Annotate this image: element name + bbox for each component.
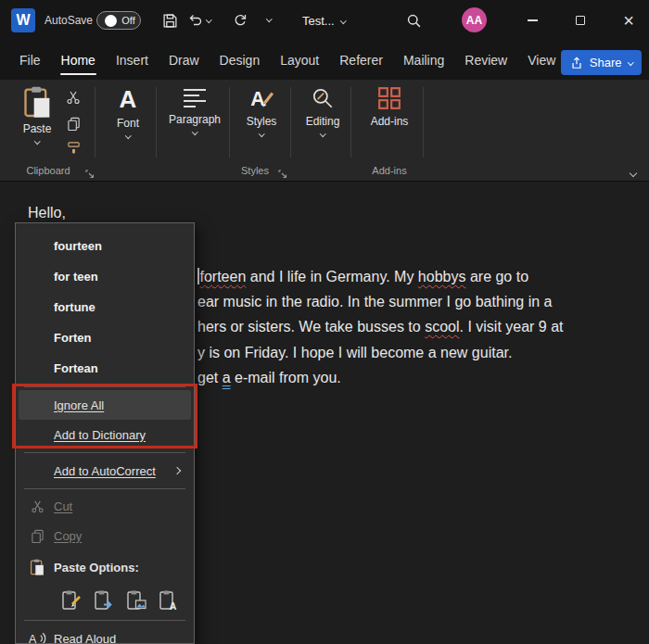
paragraph-icon xyxy=(182,85,208,109)
paste-label: Paste xyxy=(23,122,52,135)
paste-merge-formatting-button[interactable] xyxy=(93,589,115,612)
suggestion-label: Forten xyxy=(54,331,91,345)
menu-item-add-to-autocorrect[interactable]: Add to AutoCorrect xyxy=(19,456,191,486)
text-cursor xyxy=(197,268,199,284)
chevron-down-icon xyxy=(125,133,131,138)
close-icon: × xyxy=(623,10,634,32)
suggestion-item[interactable]: fortune xyxy=(19,292,191,322)
suggestion-item[interactable]: for teen xyxy=(19,261,191,292)
suggestion-label: fortune xyxy=(54,300,95,314)
undo-dropdown-chevron[interactable] xyxy=(207,18,211,22)
styles-dialog-launcher[interactable] xyxy=(278,166,287,183)
addins-button[interactable]: Add-ins xyxy=(358,85,421,159)
menu-separator xyxy=(24,452,185,453)
account-avatar[interactable]: AA xyxy=(462,7,487,32)
doc-line-1: forteen and I life in Germany. My hobbys… xyxy=(197,268,528,285)
misspelled-word: scool xyxy=(425,319,459,335)
search-button[interactable] xyxy=(404,11,423,30)
group-separator xyxy=(156,87,157,158)
paragraph-button[interactable]: Paragraph xyxy=(161,85,228,159)
doc-line-4: y is on Friday. I hope I will become a n… xyxy=(197,345,512,361)
grammar-flagged-word: a xyxy=(223,370,231,385)
tab-file[interactable]: File xyxy=(9,41,51,80)
share-icon xyxy=(570,57,583,69)
font-label: Font xyxy=(117,117,139,130)
menu-item-label: Add to Dictionary xyxy=(54,428,146,442)
save-button[interactable] xyxy=(161,12,178,29)
suggestion-label: Fortean xyxy=(54,361,98,375)
svg-text:A: A xyxy=(170,600,177,612)
styles-group-label: Styles xyxy=(235,165,275,176)
styles-button[interactable]: A Styles xyxy=(235,85,288,159)
minimize-button[interactable] xyxy=(512,0,553,41)
copy-icon xyxy=(67,117,81,131)
cut-button[interactable] xyxy=(63,87,83,107)
share-label: Share xyxy=(590,56,622,69)
suggestion-item[interactable]: fourteen xyxy=(19,231,191,261)
group-separator xyxy=(423,87,424,158)
styles-label: Styles xyxy=(247,115,277,128)
tab-mailings[interactable]: Mailing xyxy=(393,41,454,80)
toolbar-overflow-chevron[interactable] xyxy=(267,17,272,21)
chevron-down-icon xyxy=(320,131,325,136)
menu-item-ignore-all[interactable]: Ignore All xyxy=(19,390,191,420)
editing-label: Editing xyxy=(306,115,340,128)
spellcheck-context-menu: fourteen for teen fortune Forten Fortean… xyxy=(15,222,195,644)
menu-item-label: Ignore All xyxy=(54,398,104,412)
doc-text-segment: . I visit year 9 at xyxy=(460,319,564,335)
doc-text-segment: get xyxy=(197,370,223,385)
redo-button[interactable] xyxy=(232,12,248,29)
tab-design[interactable]: Design xyxy=(210,41,271,80)
suggestion-item[interactable]: Forten xyxy=(19,322,191,353)
tab-references[interactable]: Referer xyxy=(329,41,393,80)
tab-layout[interactable]: Layout xyxy=(270,41,329,80)
tab-home[interactable]: Home xyxy=(51,41,106,80)
menu-item-label: Copy xyxy=(54,529,82,543)
tab-view[interactable]: View xyxy=(517,41,566,80)
word-logo-icon[interactable]: W xyxy=(11,8,35,32)
chevron-down-icon xyxy=(340,18,346,23)
misspelled-word: forteen xyxy=(200,269,247,284)
menu-item-label: Cut xyxy=(54,499,72,513)
doc-greeting: Hello, xyxy=(28,205,66,221)
tab-review[interactable]: Review xyxy=(454,41,517,80)
menu-item-label: Add to AutoCorrect xyxy=(54,464,156,478)
font-button[interactable]: A Font xyxy=(102,85,154,159)
share-button[interactable]: Share xyxy=(561,50,642,75)
doc-line-3: hers or sisters. We take busses to scool… xyxy=(197,319,564,335)
menu-item-read-aloud[interactable]: A Read Aloud xyxy=(19,624,191,644)
format-painter-button[interactable] xyxy=(63,137,83,158)
paste-picture-button[interactable] xyxy=(125,589,147,612)
clipboard-dialog-launcher[interactable] xyxy=(85,166,95,183)
copy-button[interactable] xyxy=(63,113,83,133)
ribbon-collapse-chevron[interactable] xyxy=(630,163,636,180)
close-button[interactable]: × xyxy=(608,0,649,41)
menu-item-add-to-dictionary[interactable]: Add to Dictionary xyxy=(19,420,191,449)
document-title-dropdown[interactable]: Test... xyxy=(302,12,345,29)
menu-item-copy: Copy xyxy=(19,522,191,549)
svg-text:A: A xyxy=(29,633,37,644)
editing-button[interactable]: Editing xyxy=(296,85,350,159)
suggestion-item[interactable]: Fortean xyxy=(19,353,191,384)
tab-draw[interactable]: Draw xyxy=(159,41,210,80)
search-icon xyxy=(406,13,422,29)
group-separator xyxy=(290,87,291,158)
format-painter-icon xyxy=(67,141,81,155)
paste-keep-text-only-button[interactable]: A xyxy=(158,589,180,612)
chevron-down-icon xyxy=(192,129,197,134)
misspelled-word: hobbys xyxy=(418,269,466,284)
undo-button[interactable] xyxy=(187,12,204,29)
paste-keep-source-formatting-button[interactable] xyxy=(60,589,83,612)
chevron-down-icon xyxy=(628,59,633,65)
paste-options-row: A xyxy=(19,585,180,616)
ribbon-tab-row: File Home Insert Draw Design Layout Refe… xyxy=(0,41,649,80)
maximize-button[interactable] xyxy=(560,0,601,41)
paste-button[interactable]: Paste xyxy=(15,85,59,159)
group-separator xyxy=(229,87,230,158)
cut-icon xyxy=(28,499,46,513)
autosave-toggle[interactable]: Off xyxy=(96,11,141,30)
addins-group-label: Add-ins xyxy=(358,165,421,176)
doc-line-5: get a e-mail from you. xyxy=(197,370,341,386)
tab-insert[interactable]: Insert xyxy=(106,41,159,80)
dialog-launcher-icon xyxy=(85,170,95,179)
